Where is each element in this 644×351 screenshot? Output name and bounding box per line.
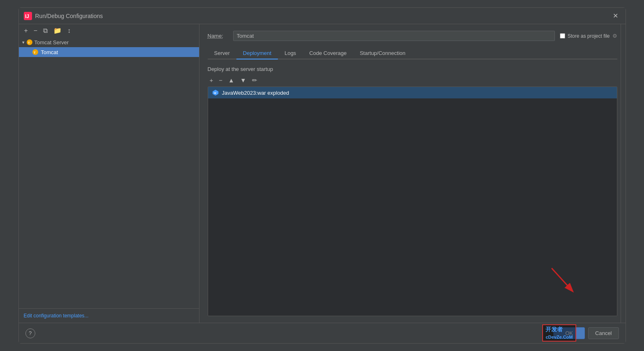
right-panel: Name: Store as project file ⚙ Server Dep… [199,24,626,323]
chevron-icon: ▾ [22,40,25,45]
tabs-bar: Server Deployment Logs Code Coverage Sta… [208,48,617,59]
dialog-footer: ? OK Cancel 开发者cDevZe.CoM [19,323,626,343]
help-button[interactable]: ? [25,328,35,338]
svg-text:IJ: IJ [25,14,29,19]
tab-deployment[interactable]: Deployment [236,48,278,59]
copy-config-button[interactable]: ⧉ [41,27,50,35]
deploy-up-button[interactable]: ▲ [226,76,236,84]
dialog-body: + − ⧉ 📁 ↕ ▾ T Tomcat Server [19,24,626,323]
tomcat-item-label: Tomcat [41,49,58,55]
edit-templates-link[interactable]: Edit configuration templates... [19,308,199,323]
right-scrollbar[interactable] [621,24,626,323]
deploy-toolbar: + − ▲ ▼ ✏ [208,76,617,84]
tab-logs[interactable]: Logs [278,48,303,59]
svg-text:W: W [214,92,216,94]
tomcat-icon: T [32,49,39,55]
war-icon: W [212,89,219,96]
close-button[interactable]: ✕ [610,11,621,21]
title-bar: IJ Run/Debug Configurations ✕ [19,8,626,24]
dialog-title: Run/Debug Configurations [35,13,103,19]
folder-config-button[interactable]: 📁 [51,27,64,35]
remove-config-button[interactable]: − [32,27,39,35]
deploy-remove-button[interactable]: − [217,76,225,84]
left-panel: + − ⧉ 📁 ↕ ▾ T Tomcat Server [19,24,199,323]
cancel-button[interactable]: Cancel [588,327,619,339]
tomcat-child-item[interactable]: T Tomcat [19,47,199,57]
store-project-label: Store as project file [568,33,610,39]
tomcat-server-parent[interactable]: ▾ T Tomcat Server [19,37,199,47]
store-project-checkbox[interactable] [560,33,565,39]
run-debug-dialog: IJ Run/Debug Configurations ✕ + − ⧉ 📁 ↕ … [18,7,626,344]
name-label: Name: [208,33,228,39]
deploy-item-label: JavaWeb2023:war exploded [222,90,289,96]
tomcat-server-label: Tomcat Server [34,39,69,46]
deploy-label: Deploy at the server startup [208,66,617,72]
title-bar-left: IJ Run/Debug Configurations [24,12,103,20]
deploy-down-button[interactable]: ▼ [238,76,248,84]
name-row: Name: Store as project file ⚙ [208,31,617,41]
intellij-icon: IJ [24,12,32,20]
store-project-container: Store as project file ⚙ [560,33,617,39]
tomcat-server-group: ▾ T Tomcat Server T Tomcat [19,37,199,57]
svg-text:T: T [34,51,36,55]
svg-text:T: T [28,41,30,45]
deploy-item[interactable]: W JavaWeb2023:war exploded [208,87,617,98]
sort-config-button[interactable]: ↕ [65,27,73,35]
gear-icon: ⚙ [612,33,617,39]
tomcat-server-icon: T [26,39,33,46]
name-input[interactable] [233,31,555,41]
tab-code-coverage[interactable]: Code Coverage [303,48,353,59]
deploy-edit-button[interactable]: ✏ [250,76,259,84]
deploy-add-button[interactable]: + [208,76,215,84]
add-config-button[interactable]: + [22,27,30,35]
arrow-indicator [548,264,580,298]
tab-startup-connection[interactable]: Startup/Connection [353,48,412,59]
svg-line-10 [552,268,572,291]
watermark: 开发者cDevZe.CoM [542,324,576,342]
footer-left: ? [25,328,35,338]
left-toolbar: + − ⧉ 📁 ↕ [19,24,199,37]
config-tree: ▾ T Tomcat Server T Tomcat [19,37,199,308]
tab-server[interactable]: Server [208,48,236,59]
